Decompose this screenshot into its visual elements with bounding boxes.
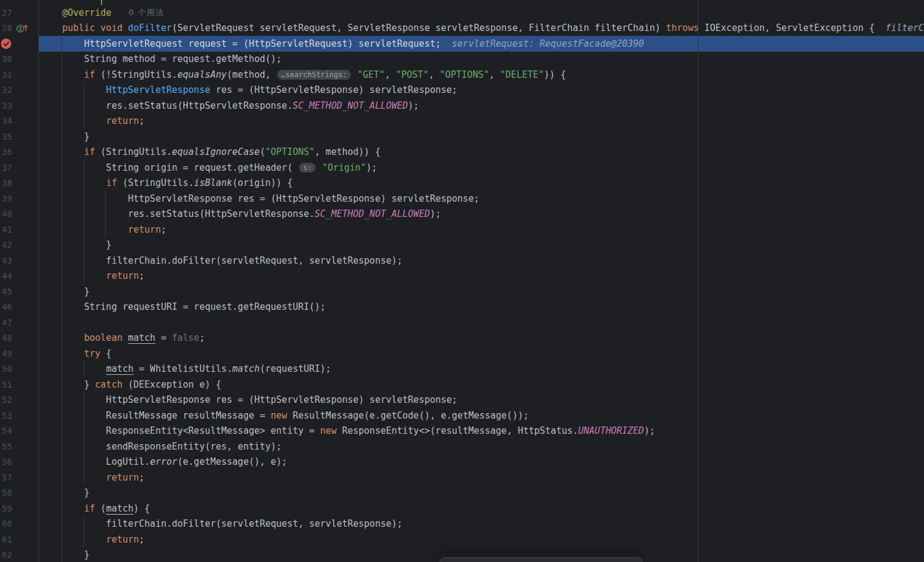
code-editor[interactable]: 27 @Override0 个用法28 public void doFilter… (0, 0, 924, 562)
code-line-50[interactable]: 50 match = WhitelistUtils.match(requestU… (0, 362, 924, 377)
gutter-cell[interactable]: 56 (0, 454, 39, 470)
code-text[interactable]: return; (39, 532, 924, 547)
code-line-41[interactable]: 41 return; (0, 222, 924, 238)
code-text[interactable]: res.setStatus(HttpServletResponse.SC_MET… (39, 98, 924, 114)
code-text[interactable]: return; (39, 269, 924, 284)
verified-breakpoint-icon[interactable] (1, 38, 12, 49)
code-line-27[interactable]: 27 @Override0 个用法 (0, 5, 924, 21)
code-text[interactable]: ResponseEntity<ResultMessage> entity = n… (39, 423, 924, 439)
gutter-cell[interactable]: 48 (0, 331, 39, 346)
code-line-48[interactable]: 48 boolean match = false; (0, 331, 924, 346)
gutter-cell[interactable]: 28 (0, 21, 39, 36)
code-text[interactable]: HttpServletResponse res = (HttpServletRe… (39, 83, 924, 98)
gutter-cell[interactable]: 36 (0, 145, 39, 160)
gutter-cell[interactable]: 50 (0, 362, 39, 377)
gutter-cell[interactable]: 59 (0, 501, 39, 516)
code-text[interactable]: String method = request.getMethod(); (39, 52, 924, 67)
gutter-cell[interactable]: 35 (0, 129, 39, 145)
code-text[interactable]: String requestURI = request.getRequestUR… (39, 300, 924, 315)
gutter-cell[interactable]: 51 (0, 377, 39, 392)
code-line-51[interactable]: 51 } catch (DEException e) { (0, 377, 924, 392)
gutter-cell[interactable]: 33 (0, 98, 39, 114)
gutter-cell[interactable]: 53 (0, 408, 39, 423)
implementing-method-icon[interactable] (16, 22, 29, 33)
gutter-cell[interactable]: 40 (0, 207, 39, 222)
gutter-cell[interactable]: 44 (0, 269, 39, 284)
code-text[interactable]: match = WhitelistUtils.match(requestURI)… (39, 362, 924, 377)
code-line-46[interactable]: 46 String requestURI = request.getReques… (0, 300, 924, 315)
code-text[interactable]: if (match) { (39, 501, 924, 516)
code-text[interactable]: } (39, 129, 924, 145)
code-line-43[interactable]: 43 filterChain.doFilter(servletRequest, … (0, 253, 924, 269)
code-text[interactable]: try { (39, 346, 924, 362)
code-text[interactable]: @Override0 个用法 (39, 5, 924, 21)
gutter-cell[interactable]: 46 (0, 300, 39, 315)
gutter-cell[interactable]: 57 (0, 470, 39, 485)
gutter-cell[interactable]: 62 (0, 547, 39, 562)
code-line-45[interactable]: 45 } (0, 284, 924, 300)
gutter-cell[interactable]: 39 (0, 191, 39, 207)
code-line-53[interactable]: 53 ResultMessage resultMessage = new Res… (0, 408, 924, 423)
code-text[interactable]: return; (39, 114, 924, 129)
code-line-49[interactable]: 49 try { (0, 346, 924, 362)
code-line-42[interactable]: 42 } (0, 238, 924, 253)
code-text[interactable]: filterChain.doFilter(servletRequest, ser… (39, 516, 924, 532)
code-line-35[interactable]: 35 } (0, 129, 924, 145)
code-text[interactable]: } (39, 485, 924, 501)
popup-top-edge[interactable] (440, 557, 643, 562)
code-text[interactable]: public void doFilter(ServletRequest serv… (39, 21, 924, 36)
gutter-cell[interactable]: 34 (0, 114, 39, 129)
code-text[interactable]: ResultMessage resultMessage = new Result… (39, 408, 924, 423)
code-line-52[interactable]: 52 HttpServletResponse res = (HttpServle… (0, 392, 924, 408)
gutter-cell[interactable]: 41 (0, 222, 39, 238)
code-line-29[interactable]: HttpServletRequest request = (HttpServle… (0, 36, 924, 52)
code-line-60[interactable]: 60 filterChain.doFilter(servletRequest, … (0, 516, 924, 532)
gutter-cell[interactable]: 38 (0, 176, 39, 191)
code-line-38[interactable]: 38 if (StringUtils.isBlank(origin)) { (0, 176, 924, 191)
gutter-cell[interactable]: 61 (0, 532, 39, 547)
code-line-55[interactable]: 55 sendResponseEntity(res, entity); (0, 439, 924, 454)
code-line-57[interactable]: 57 return; (0, 470, 924, 485)
gutter-cell[interactable]: 52 (0, 392, 39, 408)
code-text[interactable]: } (39, 284, 924, 300)
code-text[interactable]: HttpServletRequest request = (HttpServle… (39, 36, 924, 52)
gutter-cell[interactable]: 49 (0, 346, 39, 362)
code-line-36[interactable]: 36 if (StringUtils.equalsIgnoreCase("OPT… (0, 145, 924, 160)
code-text[interactable]: HttpServletResponse res = (HttpServletRe… (39, 191, 924, 207)
code-text[interactable]: res.setStatus(HttpServletResponse.SC_MET… (39, 207, 924, 222)
gutter-cell[interactable]: 54 (0, 423, 39, 439)
gutter-cell[interactable]: 60 (0, 516, 39, 532)
code-text[interactable]: } (39, 238, 924, 253)
code-line-32[interactable]: 32 HttpServletResponse res = (HttpServle… (0, 83, 924, 98)
code-text[interactable]: if (!StringUtils.equalsAny(method, …sear… (39, 67, 924, 83)
code-text[interactable]: boolean match = false; (39, 331, 924, 346)
code-text[interactable]: LogUtil.error(e.getMessage(), e); (39, 454, 924, 470)
code-line-56[interactable]: 56 LogUtil.error(e.getMessage(), e); (0, 454, 924, 470)
gutter-cell[interactable]: 45 (0, 284, 39, 300)
gutter-cell[interactable]: 58 (0, 485, 39, 501)
code-line-34[interactable]: 34 return; (0, 114, 924, 129)
code-line-39[interactable]: 39 HttpServletResponse res = (HttpServle… (0, 191, 924, 207)
gutter-cell[interactable]: 42 (0, 238, 39, 253)
gutter-cell[interactable]: 55 (0, 439, 39, 454)
code-text[interactable] (39, 315, 924, 331)
gutter-cell[interactable] (0, 36, 39, 52)
code-text[interactable]: HttpServletResponse res = (HttpServletRe… (39, 392, 924, 408)
code-text[interactable]: filterChain.doFilter(servletRequest, ser… (39, 253, 924, 269)
code-line-47[interactable]: 47 (0, 315, 924, 331)
code-line-28[interactable]: 28 public void doFilter(ServletRequest s… (0, 21, 924, 36)
code-line-37[interactable]: 37 String origin = request.getHeader( s:… (0, 160, 924, 176)
code-line-30[interactable]: 30 String method = request.getMethod(); (0, 52, 924, 67)
gutter-cell[interactable]: 43 (0, 253, 39, 269)
code-text[interactable]: return; (39, 470, 924, 485)
code-text[interactable]: if (StringUtils.equalsIgnoreCase("OPTION… (39, 145, 924, 160)
gutter-cell[interactable]: 47 (0, 315, 39, 331)
code-text[interactable]: return; (39, 222, 924, 238)
code-line-33[interactable]: 33 res.setStatus(HttpServletResponse.SC_… (0, 98, 924, 114)
code-line-31[interactable]: 31 if (!StringUtils.equalsAny(method, …s… (0, 67, 924, 83)
code-line-40[interactable]: 40 res.setStatus(HttpServletResponse.SC_… (0, 207, 924, 222)
gutter-cell[interactable]: 37 (0, 160, 39, 176)
code-text[interactable]: String origin = request.getHeader( s: "O… (39, 160, 924, 176)
gutter-cell[interactable]: 30 (0, 52, 39, 67)
code-text[interactable]: } catch (DEException e) { (39, 377, 924, 392)
